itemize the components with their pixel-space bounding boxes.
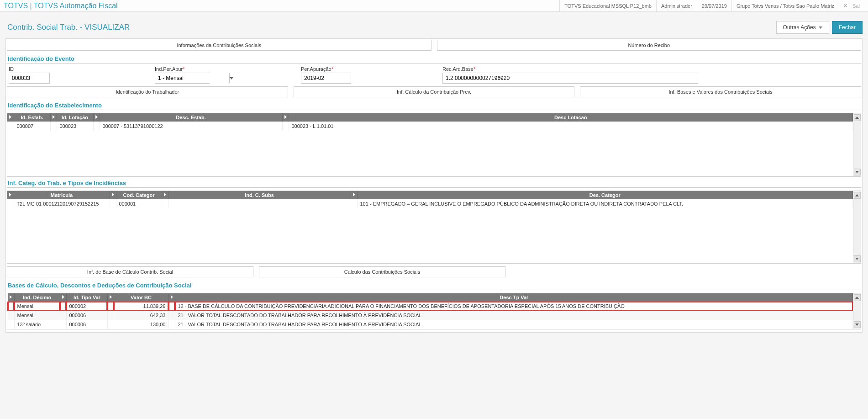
cell-ind-decimo: Mensal [14, 302, 60, 311]
cell-id-lotacao: 000023 [57, 122, 93, 131]
select-ind-per-apur[interactable] [155, 73, 210, 84]
cell-id-estab: 000007 [14, 122, 50, 131]
cell-ind-decimo: 13º salário [14, 320, 60, 329]
cell-ind-decimo: Mensal [14, 311, 60, 320]
col-id-lotacao[interactable]: Id. Lotação [57, 113, 93, 122]
col-desc-lotacao[interactable]: Desc Lotacao [289, 113, 853, 122]
grid-categ-header: Matricula Cod. Categor Ind. C. Subs Des.… [7, 191, 853, 199]
grid-categoria: Matricula Cod. Categor Ind. C. Subs Des.… [7, 191, 861, 264]
table-row[interactable]: 13º salário 000006 130,00 21 - VALOR TOT… [8, 320, 853, 329]
cell-desc-lotacao: 000023 - L 1.01.01 [289, 122, 853, 131]
table-row[interactable]: 000007 000023 000007 - 53113791000122 00… [7, 122, 853, 131]
exit-label[interactable]: Sai [852, 0, 864, 12]
label-per-apuracao: Per.Apuração* [301, 66, 433, 72]
cell-desc-tp-val: 21 - VALOR TOTAL DESCONTADO DO TRABALHAD… [175, 320, 853, 329]
grid-estab-header: Id. Estab. Id. Lotação Desc. Estab. Desc… [7, 113, 853, 122]
cell-valor-bc: 642,33 [114, 311, 168, 320]
scroll-down-icon[interactable] [854, 169, 861, 175]
tabs-bottom: Inf. de Base de Cálculo Contrib. Social … [7, 266, 861, 279]
fechar-button[interactable]: Fechar [832, 21, 863, 34]
page-title: Contrib. Social Trab. - VISUALIZAR [7, 23, 130, 32]
tabs-mid: Identificação do Trabalhador Inf. Cálcul… [7, 86, 861, 99]
scroll-down-icon[interactable] [854, 255, 861, 262]
grid-bases: Ind. Décimo Id. Tipo Val Valor BC Desc T… [7, 293, 861, 329]
chevron-down-icon[interactable] [229, 73, 233, 83]
tab-inf-bases-valores[interactable]: Inf. Bases e Valores das Contribuições S… [580, 86, 861, 97]
col-id-tipo-val[interactable]: Id. Tipo Val [66, 293, 107, 302]
cell-desc-tp-val: 21 - VALOR TOTAL DESCONTADO DO TRABALHAD… [175, 311, 853, 320]
cell-matricula: T2L MG 01 00012120190729152215 [14, 199, 110, 208]
page-header: Contrib. Social Trab. - VISUALIZAR Outra… [5, 16, 863, 38]
input-id[interactable] [9, 73, 50, 84]
grid-estabelecimento: Id. Estab. Id. Lotação Desc. Estab. Desc… [7, 113, 861, 177]
cell-desc-tp-val: 12 - BASE DE CÁLCULO DA CONTRIBUIÇÃO PRE… [175, 302, 853, 311]
main-panel: Informações da Contribuições Sociais Núm… [5, 38, 863, 333]
input-per-apuracao[interactable] [301, 73, 351, 84]
cell-desc-estab: 000007 - 53113791000122 [100, 122, 282, 131]
col-desc-tp-val[interactable]: Desc Tp Val [175, 293, 853, 302]
close-icon[interactable]: ✕ [839, 0, 852, 12]
cell-ind-c-subs [168, 199, 351, 208]
col-ind-decimo[interactable]: Ind. Décimo [14, 293, 60, 302]
label-rec-arq-base: Rec.Arq.Base* [442, 66, 698, 72]
date: 29/07/2019 [697, 0, 731, 12]
scroll-up-icon[interactable] [854, 294, 861, 301]
tab-calculo-contrib[interactable]: Calculo das Contribuições Sociais [259, 266, 505, 277]
user-name: Administrador [656, 0, 697, 12]
tab-ident-trabalhador[interactable]: Identificação do Trabalhador [7, 86, 288, 97]
scroll-down-icon[interactable] [854, 321, 861, 328]
select-ind-per-apur-value[interactable] [155, 73, 229, 83]
env-name: TOTVS Educacional MSSQL P12_bmb [559, 0, 656, 12]
form-ident-evento: ID Ind.Per.Apur* Per.Apuração* [7, 66, 861, 86]
cell-id-tipo-val: 000006 [66, 320, 107, 329]
label-id: ID [9, 66, 146, 72]
outras-acoes-button[interactable]: Outras Ações [776, 21, 829, 34]
cell-id-tipo-val: 000002 [66, 302, 107, 311]
scroll-up-icon[interactable] [854, 114, 861, 121]
label-ind-per-apur: Ind.Per.Apur* [155, 66, 292, 72]
vertical-scrollbar[interactable] [853, 191, 861, 263]
col-cod-categor[interactable]: Cod. Categor [116, 191, 162, 199]
outras-acoes-label: Outras Ações [783, 24, 816, 31]
tab-inf-base-calculo[interactable]: Inf. de Base de Cálculo Contrib. Social [7, 266, 253, 277]
cell-des-categor: 101 - EMPREGADO – GERAL INCLUSIVE O EMPR… [357, 199, 853, 208]
section-ident-estab: Identificação do Estabelecimento [7, 100, 861, 110]
tab-info-contrib-sociais[interactable]: Informações da Contribuições Sociais [7, 40, 431, 51]
scroll-up-icon[interactable] [854, 192, 861, 199]
tabs-top: Informações da Contribuições Sociais Núm… [7, 40, 861, 53]
tab-numero-recibo[interactable]: Número do Recibo [437, 40, 862, 51]
app-title: TOTVS | TOTVS Automação Fiscal [4, 2, 118, 10]
section-bases-calculo: Bases de Cálculo, Descontos e Deduções d… [7, 280, 861, 290]
topbar: TOTVS | TOTVS Automação Fiscal TOTVS Edu… [0, 0, 868, 12]
section-categ-trab: Inf. Categ. do Trab. e Tipos de Incidênc… [7, 178, 861, 188]
table-row[interactable]: Mensal 000006 642,33 21 - VALOR TOTAL DE… [8, 311, 853, 320]
table-row[interactable]: T2L MG 01 00012120190729152215 000001 10… [7, 199, 853, 208]
input-rec-arq-base[interactable] [442, 73, 698, 84]
table-row[interactable]: Mensal 000002 11.839,29 12 - BASE DE CÁL… [8, 302, 853, 311]
col-desc-estab[interactable]: Desc. Estab. [100, 113, 282, 122]
col-matricula[interactable]: Matricula [14, 191, 110, 199]
cell-cod-categor: 000001 [116, 199, 162, 208]
vertical-scrollbar[interactable] [853, 113, 861, 176]
tab-inf-calculo-contrib-prev[interactable]: Inf. Cálculo da Contribuição Prev. [294, 86, 575, 97]
cell-valor-bc: 130,00 [114, 320, 168, 329]
col-ind-c-subs[interactable]: Ind. C. Subs [168, 191, 351, 199]
cell-id-tipo-val: 000006 [66, 311, 107, 320]
col-valor-bc[interactable]: Valor BC [114, 293, 168, 302]
col-des-categor[interactable]: Des. Categor [357, 191, 853, 199]
cell-valor-bc: 11.839,29 [114, 302, 168, 311]
section-ident-evento: Identificação do Evento [7, 53, 861, 64]
company: Grupo Totvs Venus / Totvs Sao Paulo Matr… [731, 0, 839, 12]
col-id-estab[interactable]: Id. Estab. [14, 113, 50, 122]
grid-bases-header: Ind. Décimo Id. Tipo Val Valor BC Desc T… [8, 293, 853, 302]
vertical-scrollbar[interactable] [853, 293, 861, 329]
